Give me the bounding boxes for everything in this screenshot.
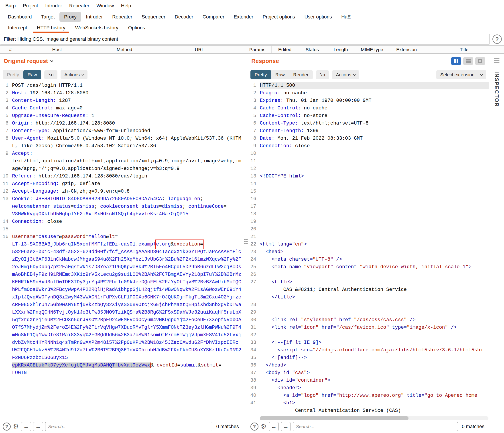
code-line[interactable]: 23 <head>	[248, 248, 489, 256]
code-line[interactable]: 15	[248, 188, 489, 195]
response-tab-pretty[interactable]: Pretty	[251, 70, 271, 79]
line-content[interactable]	[260, 210, 489, 218]
code-line[interactable]: 39 <header>	[248, 384, 489, 392]
line-content[interactable]: Host: 192.168.174.128:8080	[12, 89, 243, 97]
search-settings-gear-icon[interactable]: ⚙	[261, 423, 267, 430]
code-line[interactable]: 38 <div id="container">	[248, 377, 489, 384]
code-line[interactable]: 10Referer: http://192.168.174.128:8080/c…	[0, 173, 243, 180]
column-header-extension[interactable]: Extension	[389, 46, 424, 53]
response-editor[interactable]: 1HTTP/1.1 5002Pragma: no-cache3Expires: …	[248, 81, 489, 420]
line-content[interactable]: Cache-Control: no-cache	[260, 104, 489, 112]
code-line[interactable]: 15	[0, 225, 243, 233]
split-horizontal-layout-button[interactable]	[463, 57, 473, 65]
code-line[interactable]: 33 <!--[if lt IE 9]>	[248, 339, 489, 346]
code-line[interactable]: 24 <meta charset="UTF-8" />	[248, 256, 489, 263]
filter-bar[interactable]: Filter: Hiding CSS, image and general bi…	[0, 34, 490, 44]
line-content[interactable]: <head>	[260, 248, 489, 256]
code-line[interactable]: 11	[248, 157, 489, 165]
code-line[interactable]: 19	[248, 218, 489, 225]
line-content[interactable]: <link rel="icon" href="/cas/favicon.ico"…	[260, 324, 489, 331]
line-content[interactable]: Accept-Language: zh-CN,zh;q=0.9,en;q=0.8	[12, 188, 243, 195]
column-header-method[interactable]: Method	[93, 46, 156, 53]
menu-window[interactable]: Window	[93, 1, 117, 10]
line-content[interactable]: <meta name="viewport" content="width=dev…	[260, 263, 489, 271]
line-content[interactable]: HTTP/1.1 500	[260, 82, 489, 89]
code-line[interactable]: 26	[248, 271, 489, 278]
single-pane-layout-button[interactable]	[475, 57, 485, 65]
line-content[interactable]	[260, 195, 489, 203]
line-content[interactable]: <meta charset="UTF-8" />	[260, 256, 489, 263]
tab-repeater[interactable]: Repeater	[108, 12, 137, 22]
inspector-collapse-icon[interactable]	[494, 59, 500, 63]
tab-intruder[interactable]: Intruder	[81, 12, 108, 22]
line-content[interactable]	[260, 188, 489, 195]
line-content[interactable]	[260, 309, 489, 316]
code-line[interactable]: 2Host: 192.168.174.128:8080	[0, 89, 243, 97]
menu-intruder[interactable]: Intruder	[42, 1, 66, 10]
chevron-down-icon[interactable]	[50, 59, 53, 62]
code-line[interactable]: 22<html lang="en">	[248, 241, 489, 248]
tab-intercept[interactable]: Intercept	[3, 22, 32, 33]
inspector-label[interactable]: INSPECTOR	[494, 71, 500, 107]
line-content[interactable]: Upgrade-Insecure-Requests: 1	[12, 112, 243, 120]
request-tab-pretty[interactable]: Pretty	[3, 70, 23, 79]
menu-project[interactable]: Project	[19, 1, 41, 10]
column-header-edited[interactable]: Edited	[272, 46, 298, 53]
response-show-newlines-button[interactable]: \n	[316, 70, 329, 79]
code-line[interactable]: 3Content-Length: 1287	[0, 97, 243, 104]
line-content[interactable]	[260, 331, 489, 339]
code-line[interactable]: 1HTTP/1.1 500	[248, 82, 489, 89]
column-header-url[interactable]: URL	[156, 46, 243, 53]
code-line[interactable]: 8Date: Mon, 21 Feb 2022 08:33:03 GMT	[248, 135, 489, 142]
line-content[interactable]: </head>	[260, 362, 489, 369]
menu-repeater[interactable]: Repeater	[66, 1, 93, 10]
line-content[interactable]	[260, 150, 489, 157]
code-line[interactable]: 27 <title> CAS &#8211; Central Authentic…	[248, 278, 489, 301]
search-help-icon[interactable]: ?	[251, 423, 259, 431]
search-settings-gear-icon[interactable]: ⚙	[13, 423, 19, 430]
code-line[interactable]: 6Content-Type: text/html;charset=UTF-8	[248, 120, 489, 127]
code-line[interactable]: 4Cache-Control: max-age=0	[0, 104, 243, 112]
code-line[interactable]: 30 <link rel="stylesheet" href="/cas/css…	[248, 316, 489, 324]
code-line[interactable]: 16	[248, 195, 489, 203]
line-content[interactable]	[260, 233, 489, 241]
line-content[interactable]: username=casuser&password=Mellon&lt= LT-…	[12, 233, 243, 377]
line-content[interactable]	[260, 165, 489, 173]
request-actions-button[interactable]: Actions	[61, 70, 88, 79]
code-line[interactable]: 14Connection: close	[0, 218, 243, 225]
line-content[interactable]: <!--[if lt IE 9]>	[260, 339, 489, 346]
code-line[interactable]: 12	[248, 165, 489, 173]
column-header-status[interactable]: Status	[298, 46, 326, 53]
splitter-drag-handle[interactable]	[244, 239, 248, 244]
code-line[interactable]: 1POST /cas/login HTTP/1.1	[0, 82, 243, 89]
code-line[interactable]: 7Content-Length: 1399	[248, 127, 489, 135]
select-extension-dropdown[interactable]: Select extension...	[436, 70, 486, 79]
code-line[interactable]: 9Accept: text/html,application/xhtml+xml…	[0, 150, 243, 173]
code-line[interactable]: 5Upgrade-Insecure-Requests: 1	[0, 112, 243, 120]
line-content[interactable]	[260, 180, 489, 188]
line-content[interactable]: Cache-Control: no-store	[260, 112, 489, 120]
line-content[interactable]: <title> CAS &#8211; Central Authenticati…	[260, 278, 489, 301]
line-content[interactable]: Cookie: JSESSIONID=84D8DA888289DA72580AD…	[12, 195, 243, 218]
line-content[interactable]	[260, 225, 489, 233]
column-header-host[interactable]: Host	[21, 46, 93, 53]
code-line[interactable]: 6Origin: http://192.168.174.128:8080	[0, 120, 243, 127]
code-line[interactable]: 21	[248, 233, 489, 241]
request-search-input[interactable]	[45, 422, 212, 431]
tab-sequencer[interactable]: Sequencer	[137, 12, 170, 22]
line-content[interactable]: <![endif]-->	[260, 354, 489, 362]
split-vertical-layout-button[interactable]	[451, 57, 461, 65]
tab-options[interactable]: Options	[123, 22, 150, 33]
line-content[interactable]: Content-Type: application/x-www-form-url…	[12, 127, 243, 135]
code-line[interactable]: 20	[248, 225, 489, 233]
tab-dashboard[interactable]: Dashboard	[3, 12, 36, 22]
code-line[interactable]: 14	[248, 180, 489, 188]
line-content[interactable]: Origin: http://192.168.174.128:8080	[12, 120, 243, 127]
code-line[interactable]: 10	[248, 150, 489, 157]
tab-http-history[interactable]: HTTP history	[32, 22, 70, 33]
line-content[interactable]: <a id="logo" href="http://www.apereo.org…	[260, 392, 489, 399]
line-content[interactable]	[260, 157, 489, 165]
line-content[interactable]: <div id="container">	[260, 377, 489, 384]
scrollbar-thumb[interactable]	[260, 416, 408, 420]
search-help-icon[interactable]: ?	[3, 423, 11, 431]
